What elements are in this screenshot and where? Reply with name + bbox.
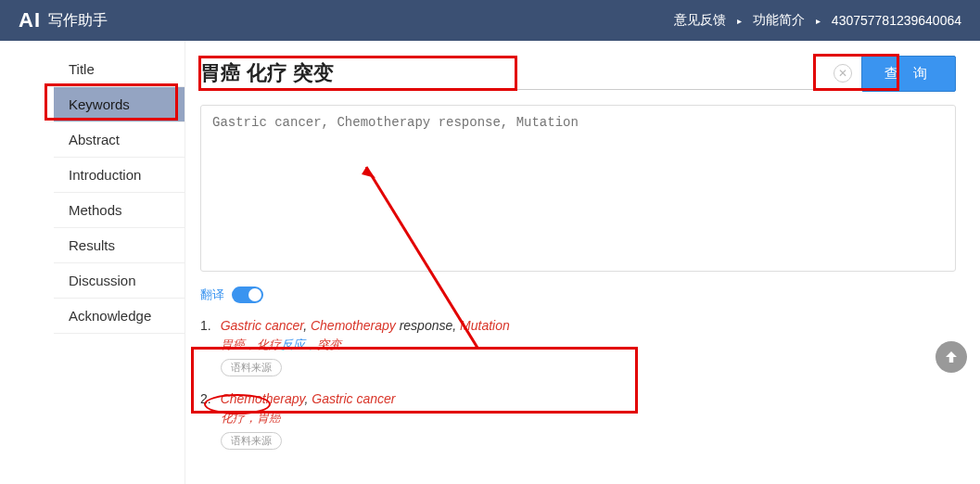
arrow-up-icon — [943, 349, 960, 365]
result-english[interactable]: Chemotherapy, Gastric cancer — [221, 391, 956, 406]
search-input-wrap: ✕ — [200, 57, 852, 90]
search-row: ✕ 查 询 — [200, 56, 956, 92]
result-item: 2.Chemotherapy, Gastric cancer化疗，胃癌语料来源 — [200, 391, 956, 450]
sidebar-item-abstract[interactable]: Abstract — [54, 122, 185, 158]
header-right: 意见反馈 ▸ 功能简介 ▸ 430757781239640064 — [674, 12, 961, 29]
result-number: 1. — [200, 318, 211, 376]
scroll-top-button[interactable] — [935, 341, 967, 373]
sidebar-item-methods[interactable]: Methods — [54, 193, 185, 228]
result-number: 2. — [200, 391, 211, 450]
chevron-right-icon: ▸ — [737, 16, 742, 26]
user-id[interactable]: 430757781239640064 — [832, 13, 961, 28]
sidebar-item-results[interactable]: Results — [54, 228, 185, 263]
clear-icon[interactable]: ✕ — [834, 64, 852, 83]
sidebar-item-title[interactable]: Title — [54, 52, 185, 87]
content: ✕ 查 询 翻译 1.Gastric cancer, Chemotherapy … — [185, 41, 980, 484]
query-button[interactable]: 查 询 — [861, 56, 956, 92]
logo-area: AI 写作助手 — [19, 8, 108, 32]
sidebar-item-keywords[interactable]: Keywords — [54, 87, 185, 122]
result-body: Chemotherapy, Gastric cancer化疗，胃癌语料来源 — [221, 391, 956, 450]
translate-toggle[interactable] — [232, 287, 263, 303]
result-chinese[interactable]: 胃癌，化疗反应，突变 — [221, 337, 956, 353]
result-chinese[interactable]: 化疗，胃癌 — [221, 410, 956, 427]
translate-label: 翻译 — [200, 287, 224, 303]
sidebar-item-introduction[interactable]: Introduction — [54, 158, 185, 193]
header: AI 写作助手 意见反馈 ▸ 功能简介 ▸ 430757781239640064 — [0, 0, 980, 41]
result-body: Gastric cancer, Chemotherapy response, M… — [221, 318, 956, 376]
source-tag[interactable]: 语料来源 — [221, 432, 282, 450]
chevron-right-icon: ▸ — [816, 16, 821, 26]
translate-row: 翻译 — [200, 287, 956, 303]
features-link[interactable]: 功能简介 — [753, 12, 805, 29]
main: TitleKeywordsAbstractIntroductionMethods… — [0, 41, 980, 484]
sidebar-item-discussion[interactable]: Discussion — [54, 263, 185, 299]
toggle-knob — [248, 288, 261, 301]
result-item: 1.Gastric cancer, Chemotherapy response,… — [200, 318, 956, 376]
search-input[interactable] — [200, 61, 834, 85]
sidebar: TitleKeywordsAbstractIntroductionMethods… — [0, 41, 185, 484]
sidebar-item-acknowledge[interactable]: Acknowledge — [54, 299, 185, 334]
results-list: 1.Gastric cancer, Chemotherapy response,… — [200, 318, 956, 450]
feedback-link[interactable]: 意见反馈 — [674, 12, 726, 29]
source-tag[interactable]: 语料来源 — [221, 359, 282, 376]
logo-subtitle: 写作助手 — [48, 11, 108, 31]
result-english[interactable]: Gastric cancer, Chemotherapy response, M… — [221, 318, 956, 333]
keywords-textarea[interactable] — [200, 105, 956, 272]
logo: AI — [19, 8, 41, 32]
